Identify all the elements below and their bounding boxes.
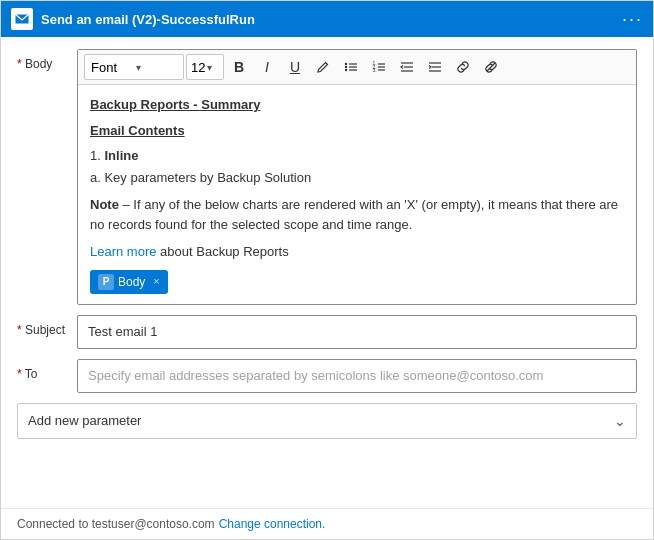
add-param-label: Add new parameter [28, 413, 614, 428]
bold-button[interactable]: B [226, 54, 252, 80]
subject-label: * Subject [17, 315, 77, 337]
font-dropdown-arrow: ▾ [136, 62, 177, 73]
subject-input[interactable] [77, 315, 637, 349]
ordered-list-button[interactable]: 1. 2. 3. [366, 54, 392, 80]
email-icon [11, 8, 33, 30]
subject-row: * Subject [17, 315, 637, 349]
size-dropdown[interactable]: 12 ▾ [186, 54, 224, 80]
italic-button[interactable]: I [254, 54, 280, 80]
add-param-row[interactable]: Add new parameter ⌄ [17, 403, 637, 439]
svg-text:3.: 3. [373, 67, 377, 73]
editor-title: Backup Reports - Summary [90, 95, 624, 115]
to-input-wrap [77, 359, 637, 393]
change-connection-link[interactable]: Change connection. [219, 517, 326, 531]
indent-increase-button[interactable] [422, 54, 448, 80]
card-header: Send an email (V2)-SuccessfulRun ··· [1, 1, 653, 37]
card-title: Send an email (V2)-SuccessfulRun [41, 12, 622, 27]
learn-more-link[interactable]: Learn more [90, 244, 156, 259]
note-dash-text: – If any of the below charts are rendere… [90, 197, 618, 232]
font-dropdown-label: Font [91, 60, 132, 75]
body-tag-close[interactable]: × [153, 273, 159, 290]
body-label: * Body [17, 49, 77, 71]
underline-button[interactable]: U [282, 54, 308, 80]
body-tag-icon: P [98, 274, 114, 290]
note-label: Note [90, 197, 119, 212]
body-tag-label: Body [118, 273, 145, 291]
body-tag-container: P Body × [90, 262, 624, 294]
svg-point-1 [345, 63, 347, 65]
editor-subtitle: Email Contents [90, 121, 624, 141]
font-dropdown[interactable]: Font ▾ [84, 54, 184, 80]
editor-list-item1: 1. Inline [90, 146, 624, 166]
editor-container: Font ▾ 12 ▾ B I U [77, 49, 637, 305]
list-item1-bold: Inline [104, 148, 138, 163]
size-dropdown-arrow: ▾ [207, 62, 219, 73]
learn-more-after: about Backup Reports [156, 244, 288, 259]
add-param-arrow-icon: ⌄ [614, 413, 626, 429]
card-body: * Body Font ▾ 12 ▾ B I [1, 37, 653, 508]
editor-note: Note – If any of the below charts are re… [90, 195, 624, 234]
editor-content[interactable]: Backup Reports - Summary Email Contents … [78, 85, 636, 304]
svg-point-3 [345, 69, 347, 71]
remove-link-button[interactable] [478, 54, 504, 80]
body-row: * Body Font ▾ 12 ▾ B I [17, 49, 637, 305]
unordered-list-button[interactable] [338, 54, 364, 80]
svg-point-2 [345, 66, 347, 68]
to-input[interactable] [77, 359, 637, 393]
indent-decrease-button[interactable] [394, 54, 420, 80]
pen-button[interactable] [310, 54, 336, 80]
card-footer: Connected to testuser@contoso.com Change… [1, 508, 653, 539]
footer-connected-text: Connected to testuser@contoso.com [17, 517, 215, 531]
to-label: * To [17, 359, 77, 381]
subject-input-wrap [77, 315, 637, 349]
size-dropdown-label: 12 [191, 60, 205, 75]
send-email-card: Send an email (V2)-SuccessfulRun ··· * B… [0, 0, 654, 540]
editor-list-item1a: a. Key parameters by Backup Solution [90, 168, 624, 188]
more-options-button[interactable]: ··· [622, 9, 643, 30]
insert-link-button[interactable] [450, 54, 476, 80]
editor-toolbar: Font ▾ 12 ▾ B I U [78, 50, 636, 85]
body-dynamic-tag[interactable]: P Body × [90, 270, 168, 294]
to-row: * To [17, 359, 637, 393]
editor-learn-more: Learn more about Backup Reports [90, 242, 624, 262]
body-editor-wrap: Font ▾ 12 ▾ B I U [77, 49, 637, 305]
list-num1: 1. [90, 148, 101, 163]
